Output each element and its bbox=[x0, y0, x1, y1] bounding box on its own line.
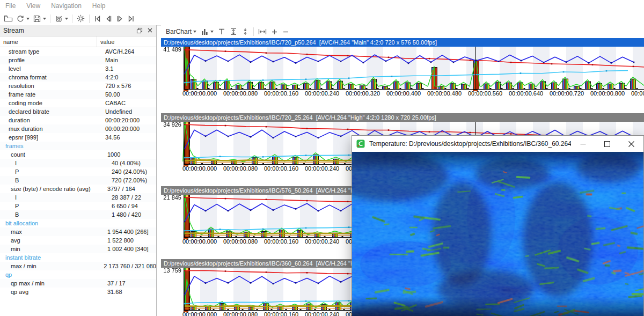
table-row[interactable]: max1 954 400 [266] bbox=[0, 227, 156, 236]
table-row[interactable]: chroma format4:2:0 bbox=[0, 73, 156, 82]
table-row[interactable]: bit allocation bbox=[0, 219, 156, 227]
row-value: 3797 / 164 bbox=[104, 186, 156, 192]
table-row[interactable]: coding modeCABAC bbox=[0, 99, 156, 107]
close-button[interactable] bbox=[619, 136, 643, 152]
table-row[interactable]: size (byte) / encode ratio (avg)3797 / 1… bbox=[0, 185, 156, 193]
close-panel-icon[interactable] bbox=[147, 27, 153, 33]
table-row[interactable]: profileMain bbox=[0, 56, 156, 64]
table-row[interactable]: frames bbox=[0, 142, 156, 150]
shrink-vertical-button[interactable] bbox=[239, 26, 251, 37]
table-row[interactable]: epsnr [999]34.56 bbox=[0, 133, 156, 142]
row-name: duration bbox=[0, 117, 102, 123]
go-last-button[interactable] bbox=[126, 13, 137, 25]
reload-dropdown-caret[interactable] bbox=[26, 18, 30, 20]
x-tick-label: 00:00:00.080 bbox=[223, 238, 258, 245]
chart-mode-dropdown[interactable]: BarChart bbox=[164, 26, 199, 37]
fit-horizontal-button[interactable] bbox=[256, 26, 269, 37]
row-value: AVC/H.264 bbox=[102, 48, 156, 55]
x-tick-label: 00:00:00.080 bbox=[223, 90, 258, 97]
table-row[interactable]: max / min2 173 760 / 321 080 bbox=[0, 262, 156, 270]
y-axis-max-label: 34 926 bbox=[161, 121, 181, 128]
row-name: I bbox=[0, 160, 108, 166]
table-row[interactable]: min1 002 400 [340] bbox=[0, 245, 156, 253]
x-tick-label: 00:00:00.080 bbox=[223, 165, 258, 172]
table-row[interactable]: level3.1 bbox=[0, 64, 156, 73]
menu-file[interactable]: File bbox=[5, 2, 16, 10]
row-value: 28 387 / 22 bbox=[108, 194, 156, 201]
open-folder-button[interactable] bbox=[2, 13, 14, 25]
go-previous-button[interactable] bbox=[103, 13, 114, 25]
table-row[interactable]: qp avg31.68 bbox=[0, 288, 156, 296]
x-tick-label: 00:00:00.240 bbox=[305, 90, 339, 97]
stream-panel-title: Stream bbox=[3, 27, 24, 34]
row-name: coding mode bbox=[0, 100, 102, 106]
table-row[interactable]: I28 387 / 22 bbox=[0, 193, 156, 202]
y-axis-max-label: 21 845 bbox=[161, 194, 181, 201]
table-row[interactable]: B1 480 / 420 bbox=[0, 210, 156, 219]
chart-type-caret bbox=[210, 31, 214, 33]
iframe-marker bbox=[184, 90, 188, 91]
column-name[interactable]: name bbox=[0, 36, 97, 47]
go-next-button[interactable] bbox=[114, 13, 126, 25]
main-toolbar bbox=[0, 12, 644, 26]
table-row[interactable]: stream typeAVC/H.264 bbox=[0, 47, 156, 56]
save-dropdown-caret[interactable] bbox=[43, 18, 46, 20]
chart-title-bar[interactable]: D:/previous/desktop/projects/Exhibitions… bbox=[161, 38, 644, 47]
table-row[interactable]: resolution720 x 576 bbox=[0, 82, 156, 90]
go-first-button[interactable] bbox=[92, 13, 103, 25]
go-last-icon bbox=[127, 15, 135, 23]
row-name: resolution bbox=[0, 83, 102, 89]
analyzer-button[interactable] bbox=[53, 13, 70, 25]
x-tick-label: 00:00:00.160 bbox=[264, 238, 298, 245]
table-row[interactable]: avg1 522 800 bbox=[0, 236, 156, 245]
x-tick-label: 00:00:00.480 bbox=[427, 90, 462, 97]
zoom-in-button[interactable] bbox=[269, 26, 280, 37]
minimize-button[interactable] bbox=[571, 136, 595, 152]
chart-title-bar[interactable]: D:/previous/desktop/projects/Exhibitions… bbox=[161, 113, 644, 122]
table-row[interactable]: qp max / min37 / 17 bbox=[0, 279, 156, 288]
table-row[interactable]: I40 (4.00%) bbox=[0, 159, 156, 167]
x-tick-label: 00:00:00.160 bbox=[264, 165, 298, 172]
menu-view[interactable]: View bbox=[26, 2, 40, 10]
menu-help[interactable]: Help bbox=[92, 2, 106, 10]
zoom-out-button[interactable] bbox=[280, 26, 291, 37]
x-tick-label: 00:00:00.240 bbox=[305, 165, 339, 172]
table-row[interactable]: P6 650 / 94 bbox=[0, 202, 156, 210]
row-value: 4:2:0 bbox=[102, 74, 156, 80]
align-top-button[interactable] bbox=[216, 26, 228, 37]
chart-plot-canvas[interactable] bbox=[161, 47, 644, 90]
table-row[interactable]: frame rate50.00 bbox=[0, 90, 156, 99]
row-value: 720 (72.00%) bbox=[108, 177, 156, 183]
reload-button[interactable] bbox=[14, 13, 31, 25]
row-value: 1 480 / 420 bbox=[108, 211, 156, 218]
shrink-vertical-icon bbox=[241, 28, 249, 35]
table-row[interactable]: count1000 bbox=[0, 150, 156, 159]
analyzer-dropdown-caret[interactable] bbox=[65, 18, 68, 20]
table-row[interactable]: qp bbox=[0, 270, 156, 279]
settings-button[interactable] bbox=[75, 13, 87, 25]
menu-navigation[interactable]: Navigation bbox=[51, 2, 82, 10]
column-value[interactable]: value bbox=[97, 39, 156, 45]
chart-mode-caret bbox=[193, 31, 196, 33]
x-tick-label: 00:00:00.240 bbox=[305, 238, 339, 245]
table-row[interactable]: instant bitrate bbox=[0, 253, 156, 262]
table-row[interactable]: declared bitrateUndefined bbox=[0, 107, 156, 116]
table-row[interactable]: duration00:00:20:000 bbox=[0, 116, 156, 124]
stream-panel: Stream name value stream typeAVC/H.264pr… bbox=[0, 25, 157, 316]
save-button[interactable] bbox=[31, 13, 48, 25]
maximize-icon bbox=[604, 141, 610, 147]
table-row[interactable]: B720 (72.00%) bbox=[0, 176, 156, 185]
row-name: frame rate bbox=[0, 91, 102, 98]
table-row[interactable]: P240 (24.00%) bbox=[0, 167, 156, 176]
float-panel-icon[interactable] bbox=[136, 27, 143, 34]
go-next-icon bbox=[116, 15, 124, 23]
maximize-button[interactable] bbox=[595, 136, 619, 152]
row-name: P bbox=[0, 203, 108, 209]
chart-type-button[interactable] bbox=[199, 26, 216, 37]
table-row[interactable]: mux duration00:00:20:000 bbox=[0, 124, 156, 133]
fit-vertical-button[interactable] bbox=[228, 26, 239, 37]
temperature-window-titlebar[interactable]: Temperature: D:/previous/desktop/project… bbox=[352, 136, 643, 152]
stream-panel-header[interactable]: Stream bbox=[0, 25, 156, 36]
row-value: 240 (24.00%) bbox=[108, 168, 156, 175]
save-icon bbox=[33, 14, 41, 23]
